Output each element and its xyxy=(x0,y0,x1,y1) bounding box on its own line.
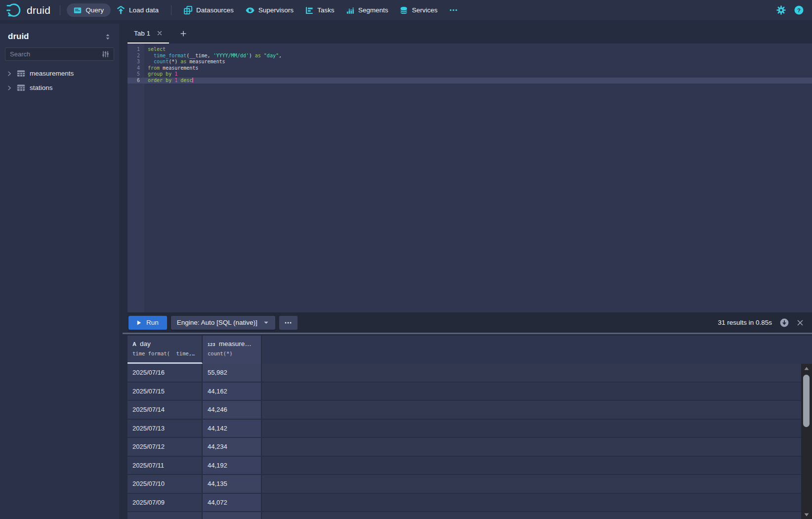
gear-icon[interactable] xyxy=(776,5,786,15)
line-number: 3 xyxy=(128,59,144,65)
cell-day[interactable]: 2025/07/11 xyxy=(128,457,203,476)
table-row[interactable]: 2025/07/0944,072 xyxy=(128,494,812,513)
cell-measurements[interactable]: 44,072 xyxy=(203,494,262,513)
table-row[interactable]: 2025/07/1244,234 xyxy=(128,438,812,457)
double-caret-icon xyxy=(104,33,111,41)
download-icon[interactable] xyxy=(780,318,789,327)
cell-filler xyxy=(262,438,812,457)
line-number: 1 xyxy=(128,46,144,53)
column-header-day[interactable]: A day time_format(__time,… xyxy=(128,336,203,364)
filter-sliders-icon[interactable] xyxy=(102,50,109,58)
gantt-icon xyxy=(305,6,313,14)
table-row[interactable]: 2025/07/1655,982 xyxy=(128,364,812,383)
cell-day[interactable]: 2025/07/14 xyxy=(128,401,203,420)
table-row[interactable]: 2025/07/1044,135 xyxy=(128,475,812,494)
line-number: 5 xyxy=(128,71,144,78)
cell-day[interactable]: 2025/07/15 xyxy=(128,383,203,401)
tree-item-measurements[interactable]: measurements xyxy=(0,66,119,81)
layers-icon xyxy=(184,6,192,14)
results-scrollbar[interactable] xyxy=(801,364,812,519)
cell-day[interactable]: 2025/07/13 xyxy=(128,420,203,438)
cell-measurements[interactable]: 44,234 xyxy=(203,438,262,457)
schema-sidebar: druid xyxy=(0,24,119,519)
nav-item-query[interactable]: Query xyxy=(67,3,111,17)
scrollbar-thumb[interactable] xyxy=(803,375,810,427)
nav-item-segments[interactable]: Segments xyxy=(341,0,394,20)
cell-filler xyxy=(262,401,812,420)
line-numbers: 123456 xyxy=(128,46,144,84)
chevron-right-icon[interactable] xyxy=(6,71,12,77)
table-row[interactable]: 2025/07/1344,142 xyxy=(128,420,812,438)
code-line[interactable]: group by 1 xyxy=(144,71,812,78)
cell-day[interactable]: 2025/07/16 xyxy=(128,364,203,383)
text-cursor xyxy=(192,78,193,83)
chevron-right-icon[interactable] xyxy=(6,85,12,91)
close-results-icon[interactable] xyxy=(797,319,804,326)
scroll-up-arrow[interactable] xyxy=(801,365,812,372)
run-button[interactable]: Run xyxy=(128,316,167,330)
code-line[interactable]: select xyxy=(144,46,812,53)
cell-measurements[interactable]: 44,142 xyxy=(203,420,262,438)
line-number: 4 xyxy=(128,65,144,72)
code-line[interactable]: from measurements xyxy=(144,65,812,72)
pane-resize-handle[interactable] xyxy=(123,333,812,334)
code-line[interactable]: order by 1 desc xyxy=(144,78,812,84)
cell-filler xyxy=(262,420,812,438)
console-icon xyxy=(74,6,82,14)
cell-day[interactable]: 2025/07/10 xyxy=(128,475,203,494)
table-name: measurements xyxy=(30,70,74,77)
cell-measurements[interactable]: 44,162 xyxy=(203,383,262,401)
cell-measurements[interactable]: 44,246 xyxy=(203,401,262,420)
column-expression: time_format(__time,… xyxy=(132,350,197,356)
brand-wordmark: druid xyxy=(27,4,50,16)
nav-item-load-data[interactable]: Load data xyxy=(111,0,165,20)
tree-item-stations[interactable]: stations xyxy=(0,81,119,95)
cell-day[interactable]: 2025/07/09 xyxy=(128,494,203,513)
caret-down-icon xyxy=(263,319,269,326)
schema-selector[interactable]: druid xyxy=(0,24,119,47)
table-row[interactable]: 2025/07/1544,162 xyxy=(128,383,812,401)
cell-day[interactable]: 2025/07/12 xyxy=(128,438,203,457)
code-line[interactable]: count(*) as measurements xyxy=(144,59,812,65)
table-row[interactable] xyxy=(128,512,812,519)
run-more-button[interactable] xyxy=(279,316,298,330)
code-line[interactable]: time_format(__time, 'YYYY/MM/dd') as "da… xyxy=(144,53,812,59)
nav-item-services[interactable]: Services xyxy=(394,0,443,20)
nav-item-supervisors[interactable]: Supervisors xyxy=(240,0,299,20)
nav-divider xyxy=(60,5,60,15)
cell-measurements[interactable]: 44,192 xyxy=(203,457,262,476)
cell-filler xyxy=(262,512,812,519)
nav-item-label: Tasks xyxy=(317,6,335,14)
cell-filler xyxy=(262,475,812,494)
cell-measurements[interactable]: 55,982 xyxy=(203,364,262,383)
tab-1[interactable]: Tab 1 xyxy=(128,24,169,43)
search-input[interactable] xyxy=(10,50,102,58)
code-lines: select time_format(__time, 'YYYY/MM/dd')… xyxy=(144,46,812,84)
string-type-icon: A xyxy=(132,341,136,347)
engine-label: Engine: Auto [SQL (native)] xyxy=(177,319,257,326)
table-row[interactable]: 2025/07/1444,246 xyxy=(128,401,812,420)
nav-more-button[interactable] xyxy=(443,0,464,20)
results-panel: A day time_format(__time,… 123 measureme… xyxy=(128,336,812,519)
nav-item-tasks[interactable]: Tasks xyxy=(299,0,341,20)
svg-text:?: ? xyxy=(797,7,801,13)
table-grid-icon xyxy=(17,84,25,92)
tab-close-icon[interactable] xyxy=(157,30,163,36)
druid-logo[interactable]: druid xyxy=(6,2,50,18)
sql-editor[interactable]: 123456 select time_format(__time, 'YYYY/… xyxy=(128,43,812,312)
nav-item-label: Datasources xyxy=(196,6,234,14)
add-tab-button[interactable] xyxy=(172,24,194,43)
nav-item-datasources[interactable]: Datasources xyxy=(178,0,240,20)
cell-measurements[interactable]: 44,135 xyxy=(203,475,262,494)
cell-measurements[interactable] xyxy=(203,512,262,519)
column-name: measurements xyxy=(219,340,256,347)
nav-item-label: Supervisors xyxy=(258,6,294,14)
column-header-measurements[interactable]: 123 measurements count(*) xyxy=(203,336,262,364)
help-icon[interactable]: ? xyxy=(794,5,804,15)
results-status: 31 results in 0.85s xyxy=(718,319,772,326)
cell-day[interactable] xyxy=(128,512,203,519)
engine-select-button[interactable]: Engine: Auto [SQL (native)] xyxy=(171,316,275,330)
scroll-down-arrow[interactable] xyxy=(801,511,812,518)
table-name: stations xyxy=(30,84,53,91)
table-row[interactable]: 2025/07/1144,192 xyxy=(128,457,812,476)
